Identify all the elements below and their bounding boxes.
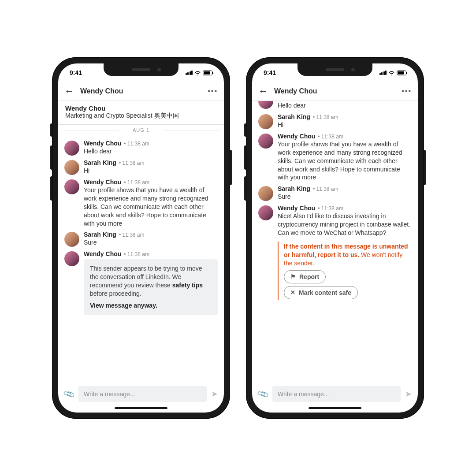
message-row: Wendy Chou• 11:38 am This sender appears… [64,250,218,315]
sender-name: Wendy Chou [84,178,121,186]
send-button[interactable]: ➤ [211,389,218,399]
safety-tips-link[interactable]: safety tips [172,282,203,289]
wifi-icon [194,71,201,75]
back-button[interactable]: ← [258,86,268,97]
message-row: Sarah King• 11:38 am Hi [64,159,218,175]
home-indicator[interactable] [115,407,167,409]
battery-icon [203,71,212,75]
message-time: • 11:38 am [119,160,145,166]
date-separator: AUG 1 [58,125,224,135]
sender-name: Sarah King [84,231,116,238]
status-time: 9:41 [70,69,82,76]
wifi-icon [388,71,395,75]
avatar[interactable] [64,160,79,175]
avatar[interactable] [258,186,273,201]
status-time: 9:41 [264,69,276,76]
avatar[interactable] [64,179,79,194]
avatar[interactable] [64,251,79,266]
message-row: Sarah King• 11:38 am Sure [64,231,218,247]
cellular-icon [186,71,193,75]
chat-scroll[interactable]: Wendy Chou• 11:38 am Hello dear Sarah Ki… [58,135,224,382]
notch [298,63,372,76]
profile-summary[interactable]: Wendy Chou Marketing and Crypto Speciali… [58,101,224,125]
sender-name: Sarah King [84,159,116,166]
send-button[interactable]: ➤ [405,389,412,399]
harmful-content-warning: If the content in this message is unwant… [278,242,412,300]
message-row: Sarah King• 11:38 am Hi [258,113,412,129]
message-row: Wendy Chou• 11:38 am Hello dear [64,140,218,156]
message-time: • 11:38 am [124,179,149,186]
status-indicators [379,71,407,75]
status-indicators [186,71,213,75]
message-input[interactable]: Write a message... [272,386,401,402]
notch [104,63,178,76]
message-time: • 11:38 am [313,186,338,192]
placeholder-text: Write a message... [84,390,135,398]
report-button[interactable]: ⚑ Report [284,270,326,283]
message-text: Hello dear [84,147,218,156]
message-text: Nice! Also I'd like to discuss investing… [278,212,412,237]
message-text: Your profile shows that you have a wealt… [278,140,412,182]
avatar[interactable] [64,141,79,156]
battery-icon [397,71,406,75]
profile-subtitle: Marketing and Crypto Specialist 奥美中国 [65,112,217,120]
mark-safe-button[interactable]: ✕ Mark content safe [284,286,358,299]
message-row: Sarah King• 11:38 am Sure [258,185,412,201]
profile-name: Wendy Chou [65,104,217,112]
conversation-header: ← Wendy Chou ••• [252,82,418,101]
avatar[interactable] [258,134,273,149]
avatar[interactable] [258,101,273,109]
avatar[interactable] [64,232,79,247]
message-time: • 11:38 am [124,251,149,257]
message-time: • 11:38 am [318,205,343,212]
conversation-header: ← Wendy Chou ••• [58,82,224,101]
view-anyway-button[interactable]: View message anyway. [90,301,212,310]
message-text: Hi [84,167,218,175]
phone-left: 9:41 ← Wendy Chou ••• Wendy Chou Marketi… [52,57,230,419]
sender-name: Wendy Chou [278,205,315,212]
message-row: Wendy Chou• 11:38 am Nice! Also I'd like… [258,205,412,303]
message-input[interactable]: Write a message... [78,386,207,402]
button-label: Report [299,273,319,280]
sender-name: Wendy Chou [278,133,315,140]
sender-name: Sarah King [278,185,310,192]
x-icon: ✕ [290,289,295,296]
more-button[interactable]: ••• [402,87,412,95]
sender-name: Wendy Chou [84,140,121,147]
avatar[interactable] [258,205,273,220]
message-time: • 11:38 am [313,114,338,120]
placeholder-text: Write a message... [278,390,329,398]
attachment-icon[interactable]: 📎 [257,387,270,401]
warning-text: If the content in this message is unwant… [284,242,412,268]
flag-icon: ⚑ [290,273,296,280]
more-button[interactable]: ••• [208,87,218,95]
attachment-icon[interactable]: 📎 [63,387,76,401]
avatar[interactable] [258,114,273,129]
message-text: Sure [84,238,218,247]
button-label: Mark content safe [299,289,351,296]
home-indicator[interactable] [309,407,361,409]
screen: 9:41 ← Wendy Chou ••• Wendy Chou Marketi… [58,63,224,413]
cellular-icon [379,71,387,75]
screen: 9:41 ← Wendy Chou ••• Hello dear [252,63,418,413]
message-text: Sure [278,193,412,201]
phone-right: 9:41 ← Wendy Chou ••• Hello dear [246,57,424,419]
message-time: • 11:38 am [119,232,145,238]
message-row: Wendy Chou• 11:38 am Your profile shows … [64,178,218,227]
sender-name: Sarah King [278,113,310,120]
message-text: Hi [278,121,412,129]
sender-name: Wendy Chou [84,250,121,257]
hidden-message-warning: This sender appears to be trying to move… [84,259,218,315]
message-row: Wendy Chou• 11:38 am Your profile shows … [258,133,412,182]
header-title: Wendy Chou [274,87,395,95]
message-time: • 11:38 am [318,134,343,140]
message-row: Hello dear [258,101,412,110]
back-button[interactable]: ← [64,86,74,97]
header-title: Wendy Chou [80,87,201,95]
message-text: Hello dear [278,101,412,110]
warning-text: before proceeding. [90,290,141,297]
message-time: • 11:38 am [124,141,149,147]
chat-scroll[interactable]: Hello dear Sarah King• 11:38 am Hi Wendy… [252,101,418,382]
message-text: Your profile shows that you have a wealt… [84,186,218,227]
